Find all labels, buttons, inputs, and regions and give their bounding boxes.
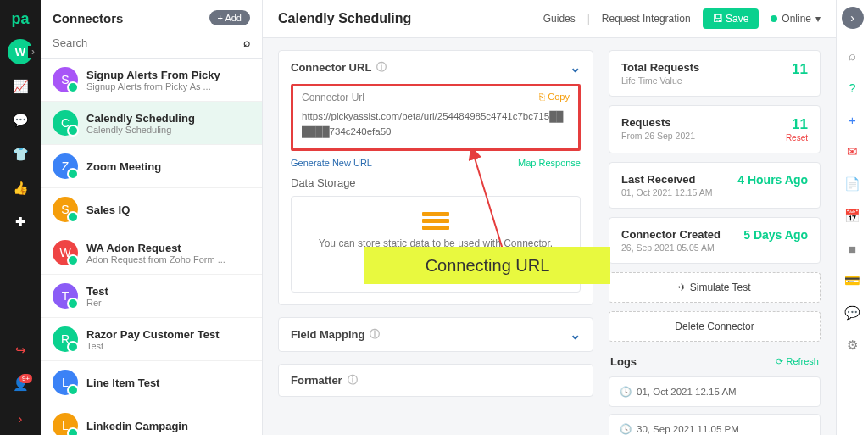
connector-title: Test (86, 285, 108, 298)
chevron-down-icon: ⌄ (570, 326, 581, 343)
connector-avatar: S (53, 67, 78, 92)
formatter-head[interactable]: Formatterⓘ (279, 365, 593, 396)
search-input[interactable] (53, 36, 243, 49)
notification-icon[interactable]: 👤9+ (0, 367, 41, 401)
page-title: Calendly Scheduling (278, 11, 543, 26)
clock-icon: 🕓 (620, 386, 632, 398)
connector-url-panel-head[interactable]: Connector URLⓘ ⌄ (279, 51, 593, 84)
connector-avatar: L (53, 370, 78, 395)
connector-subtitle: Signup Alerts from Picky As ... (86, 81, 220, 92)
connector-title: Line Item Test (86, 376, 159, 389)
main-area: Calendly Scheduling Guides | Request Int… (263, 0, 836, 435)
database-icon (422, 212, 449, 231)
url-box-label: Connector Url (302, 92, 364, 103)
connector-item[interactable]: S Sales IQ (41, 188, 262, 231)
chevron-down-icon: ⌄ (570, 59, 581, 75)
connector-item[interactable]: Z Zoom Meeting (41, 145, 262, 188)
refresh-logs-button[interactable]: ⟳ Refresh (776, 356, 819, 367)
connector-avatar: S (53, 197, 78, 222)
clock-icon: 🕓 (620, 423, 632, 435)
calendar-icon[interactable]: 📅 (837, 202, 869, 231)
connector-url-box: Connector Url ⎘ Copy https://pickyassist… (291, 84, 581, 151)
reset-link[interactable]: Reset (786, 133, 808, 142)
connector-item[interactable]: L Linkedin Campagin (41, 404, 262, 435)
manage-data-button[interactable]: Manage Data (398, 258, 474, 276)
data-storage-title: Data Storage (291, 176, 581, 189)
connector-item[interactable]: W WA Adon Request Adon Request from Zoho… (41, 231, 262, 275)
connector-subtitle: Test (86, 341, 220, 351)
search-rail-icon[interactable]: ⌕ (837, 41, 869, 70)
copy-url-button[interactable]: ⎘ Copy (539, 92, 570, 103)
shirt-icon[interactable]: 👕 (0, 137, 41, 171)
connector-subtitle: Adon Request from Zoho Form ... (86, 254, 225, 265)
connector-avatar: Z (53, 153, 78, 179)
connector-avatar: C (53, 110, 78, 136)
info-icon: ⓘ (376, 60, 387, 75)
generate-url-link[interactable]: Generate New URL (291, 158, 372, 168)
search-icon[interactable]: ⌕ (243, 36, 250, 49)
simulate-test-button[interactable]: ✈ Simulate Test (609, 272, 821, 303)
nav-right: › ⌕ ? + ✉ 📄 📅 ■ 💳 💬 ⚙ (836, 0, 868, 435)
connector-url-panel: Connector URLⓘ ⌄ Connector Url ⎘ Copy ht… (278, 50, 593, 305)
add-connector-button[interactable]: + Add (209, 10, 250, 25)
stat-last-received: Last Received01, Oct 2021 12.15 AM 4 Hou… (609, 162, 821, 209)
connector-item[interactable]: T Test Rer (41, 275, 262, 318)
logout-icon[interactable]: ↪ (0, 333, 41, 367)
thumb-icon[interactable]: 👍 (0, 171, 41, 205)
field-mapping-panel: Field Mappingⓘ ⌄ (278, 317, 593, 352)
connector-subtitle: Rer (86, 298, 108, 308)
connector-title: Zoom Meeting (86, 160, 161, 173)
expand-icon[interactable]: › (0, 401, 41, 435)
request-integration-link[interactable]: Request Integration (602, 13, 691, 25)
save-button[interactable]: 🖫 Save (703, 8, 760, 29)
connector-item[interactable]: R Razor Pay Customer Test Test (41, 318, 262, 361)
stat-connector-created: Connector Created26, Sep 2021 05.05 AM 5… (609, 217, 821, 264)
connector-title: Signup Alerts From Picky (86, 69, 220, 81)
settings-icon[interactable]: ⚙ (837, 331, 869, 360)
connector-title: Sales IQ (86, 204, 130, 216)
connector-item[interactable]: L Line Item Test (41, 361, 262, 404)
sidebar-title: Connectors (53, 11, 123, 25)
connector-title: Razor Pay Customer Test (86, 328, 220, 341)
log-item[interactable]: 🕓01, Oct 2021 12.15 AM (609, 376, 821, 407)
right-column: Total RequestsLife Time Value 11 Request… (609, 50, 821, 423)
map-response-link[interactable]: Map Response (518, 158, 581, 168)
app-logo: pa (8, 7, 32, 31)
connector-item[interactable]: C Calendly Scheduling Calendly Schedulin… (41, 102, 262, 145)
chat-icon[interactable]: 💬 (0, 103, 41, 137)
log-item[interactable]: 🕓30, Sep 2021 11.05 PM (609, 414, 821, 435)
connector-title: Calendly Scheduling (86, 112, 195, 125)
connector-item[interactable]: S Signup Alerts From Picky Signup Alerts… (41, 59, 262, 102)
collapse-button[interactable]: › (842, 7, 864, 29)
guides-link[interactable]: Guides (543, 13, 576, 25)
stat-requests: RequestsFrom 26 Sep 2021 11Reset (609, 105, 821, 153)
field-mapping-head[interactable]: Field Mappingⓘ ⌄ (279, 318, 593, 351)
connector-url-value: https://pickyassist.com/beta/url/2544849… (302, 109, 570, 140)
connector-avatar: R (53, 326, 78, 352)
status-indicator[interactable]: Online ▾ (771, 13, 821, 25)
stat-total-requests: Total RequestsLife Time Value 11 (609, 50, 821, 97)
connector-avatar: T (53, 283, 78, 309)
analytics-icon[interactable]: 📈 (0, 70, 41, 103)
connector-subtitle: Calendly Scheduling (86, 125, 195, 135)
video-icon[interactable]: ■ (837, 234, 869, 263)
comment-icon[interactable]: 💬 (837, 298, 869, 327)
info-icon: ⓘ (348, 373, 358, 388)
search-bar: ⌕ (41, 31, 262, 59)
help-icon[interactable]: ? (837, 73, 869, 102)
plus-icon[interactable]: + (837, 105, 869, 134)
data-storage-box: You can store static data to be used wit… (291, 196, 581, 293)
mail-icon[interactable]: ✉ (837, 137, 869, 166)
topbar: Calendly Scheduling Guides | Request Int… (263, 0, 836, 38)
connector-avatar: W (53, 240, 78, 265)
delete-connector-button[interactable]: Delete Connector (609, 311, 821, 342)
data-storage-desc: You can store static data to be used wit… (303, 237, 568, 249)
workspace-badge[interactable]: W (8, 39, 33, 64)
connector-avatar: L (53, 413, 78, 435)
formatter-panel: Formatterⓘ (278, 364, 593, 397)
add-nav-icon[interactable]: ✚ (0, 205, 41, 239)
info-icon: ⓘ (370, 327, 380, 342)
card-icon[interactable]: 💳 (837, 266, 869, 295)
connector-list: S Signup Alerts From Picky Signup Alerts… (41, 59, 262, 435)
file-icon[interactable]: 📄 (837, 170, 869, 198)
